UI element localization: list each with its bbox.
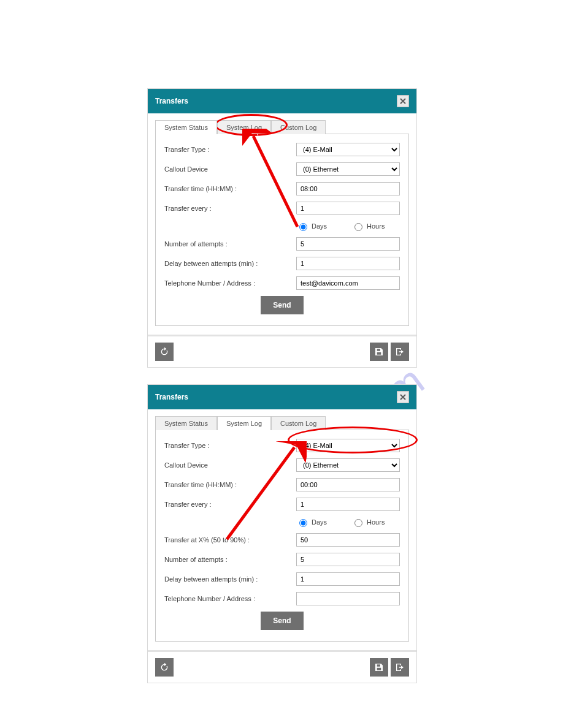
attempts-input[interactable] bbox=[296, 237, 400, 251]
delay-label: Delay between attempts (min) : bbox=[164, 260, 296, 267]
save-button[interactable] bbox=[370, 343, 388, 361]
tab-custom-log[interactable]: Custom Log bbox=[271, 120, 326, 134]
save-button[interactable] bbox=[370, 658, 388, 677]
callout-device-label: Callout Device bbox=[164, 165, 296, 173]
send-button[interactable]: Send bbox=[261, 296, 303, 314]
footer-bar bbox=[148, 650, 416, 683]
transfer-type-select[interactable]: (4) E-Mail bbox=[296, 143, 400, 156]
phone-label: Telephone Number / Address : bbox=[164, 279, 296, 287]
form-box: Transfer Type : (4) E-Mail Callout Devic… bbox=[155, 134, 409, 326]
callout-device-label: Callout Device bbox=[164, 461, 296, 469]
transfer-pct-input[interactable] bbox=[296, 533, 400, 547]
close-icon bbox=[400, 394, 406, 400]
phone-input[interactable] bbox=[296, 276, 400, 290]
transfer-time-label: Transfer time (HH:MM) : bbox=[164, 185, 296, 192]
attempts-label: Number of attempts : bbox=[164, 556, 296, 563]
tabs: System Status System Log Custom Log bbox=[155, 119, 409, 134]
tab-system-log[interactable]: System Log bbox=[217, 120, 271, 134]
tab-system-status[interactable]: System Status bbox=[155, 120, 217, 134]
close-button[interactable] bbox=[397, 95, 409, 107]
tab-system-status[interactable]: System Status bbox=[155, 416, 217, 430]
phone-label: Telephone Number / Address : bbox=[164, 595, 296, 602]
reload-icon bbox=[159, 662, 169, 672]
export-button[interactable] bbox=[391, 658, 409, 677]
delay-input[interactable] bbox=[296, 572, 400, 586]
save-icon bbox=[374, 662, 384, 672]
transfer-pct-label: Transfer at X% (50 to 90%) : bbox=[164, 536, 296, 544]
close-icon bbox=[400, 98, 406, 104]
transfers-panel-1: Transfers System Status System Log Custo… bbox=[147, 88, 417, 368]
send-button[interactable]: Send bbox=[261, 612, 303, 630]
transfer-time-label: Transfer time (HH:MM) : bbox=[164, 481, 296, 488]
transfer-every-input[interactable] bbox=[296, 498, 400, 511]
transfer-time-input[interactable] bbox=[296, 182, 400, 195]
days-radio[interactable]: Days bbox=[296, 517, 327, 527]
attempts-input[interactable] bbox=[296, 553, 400, 566]
footer-bar bbox=[148, 335, 416, 367]
transfers-panel-2: Transfers System Status System Log Custo… bbox=[147, 384, 417, 683]
close-button[interactable] bbox=[397, 391, 409, 403]
callout-device-select[interactable]: (0) Ethernet bbox=[296, 162, 400, 176]
transfer-every-label: Transfer every : bbox=[164, 501, 296, 508]
delay-label: Delay between attempts (min) : bbox=[164, 575, 296, 583]
panel-title: Transfers bbox=[155, 393, 188, 401]
reload-icon bbox=[159, 347, 169, 357]
tab-custom-log[interactable]: Custom Log bbox=[271, 416, 326, 430]
transfer-every-label: Transfer every : bbox=[164, 205, 296, 212]
export-icon bbox=[395, 662, 405, 672]
panel-title-bar: Transfers bbox=[148, 385, 416, 409]
transfer-type-select[interactable]: (4) E-Mail bbox=[296, 439, 400, 452]
form-box: Transfer Type : (4) E-Mail Callout Devic… bbox=[155, 430, 409, 642]
tabs: System Status System Log Custom Log bbox=[155, 415, 409, 430]
tab-system-log[interactable]: System Log bbox=[217, 416, 271, 430]
export-button[interactable] bbox=[391, 343, 409, 361]
hours-radio[interactable]: Hours bbox=[351, 221, 385, 231]
panel-title-bar: Transfers bbox=[148, 89, 416, 113]
delay-input[interactable] bbox=[296, 257, 400, 270]
callout-device-select[interactable]: (0) Ethernet bbox=[296, 458, 400, 472]
transfer-type-label: Transfer Type : bbox=[164, 146, 296, 153]
transfer-type-label: Transfer Type : bbox=[164, 442, 296, 449]
transfer-every-input[interactable] bbox=[296, 202, 400, 215]
save-icon bbox=[374, 347, 384, 357]
reload-button[interactable] bbox=[155, 343, 174, 361]
hours-radio[interactable]: Hours bbox=[351, 517, 385, 527]
reload-button[interactable] bbox=[155, 658, 174, 677]
panel-title: Transfers bbox=[155, 97, 188, 105]
transfer-time-input[interactable] bbox=[296, 478, 400, 491]
attempts-label: Number of attempts : bbox=[164, 240, 296, 248]
phone-input[interactable] bbox=[296, 592, 400, 605]
export-icon bbox=[395, 347, 405, 357]
days-radio[interactable]: Days bbox=[296, 221, 327, 231]
